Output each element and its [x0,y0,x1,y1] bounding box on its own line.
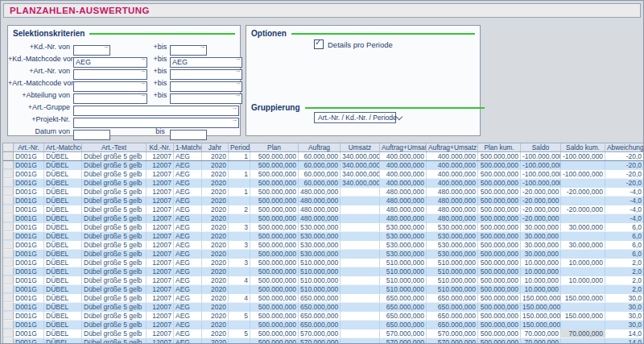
abteilung-to-slot: → [170,89,246,100]
row-selector-cell[interactable] [3,329,14,338]
column-header[interactable]: Kd.-Nr. [147,143,174,151]
table-cell: 70.000,000 [521,338,561,343]
row-selector-cell[interactable] [3,267,14,276]
column-header[interactable]: Plan kum. [478,143,521,151]
table-row[interactable]: D001GDÜBELDübel größe 5 gelb12007AEG2020… [3,259,643,267]
table-row[interactable]: D001GDÜBELDübel größe 5 gelb12007AEG2020… [3,329,643,338]
row-selector-cell[interactable] [3,321,14,329]
lookup-arrow-icon[interactable]: → [139,78,146,87]
row-selector-cell[interactable] [3,241,14,249]
row-selector-cell[interactable] [3,179,14,187]
table-cell: 5 [229,329,250,338]
table-row[interactable]: D001GDÜBELDübel größe 5 gelb12007AEG2020… [3,321,643,329]
datum-from-input[interactable] [73,130,110,140]
row-selector-cell[interactable] [3,232,14,240]
table-row[interactable]: D001GDÜBELDübel größe 5 gelb12007AEG2020… [3,205,643,214]
column-header[interactable]: Saldo [521,143,561,151]
lookup-arrow-icon[interactable]: → [231,103,237,112]
table-cell: 570.000,000 [427,329,478,338]
table-row[interactable]: D001GDÜBELDübel größe 5 gelb12007AEG2020… [3,312,643,321]
column-header[interactable]: Art.-Text [82,143,147,151]
table-cell: 12007 [147,294,174,302]
lookup-arrow-icon[interactable]: → [234,90,241,99]
lookup-arrow-icon[interactable]: → [231,115,237,124]
table-cell: D001G [14,179,44,187]
kd-nr-label: +Kd.-Nr. von [8,43,73,51]
row-selector-cell[interactable] [3,223,14,231]
table-row[interactable]: D001GDÜBELDübel größe 5 gelb12007AEG2020… [3,267,643,276]
table-row[interactable]: D001GDÜBELDübel größe 5 gelb12007AEG2020… [3,303,643,312]
grouping-dropdown[interactable]: Art.-Nr. / Kd.-Nr. / Periode [314,112,396,123]
table-cell: 500.000,000 [478,259,521,267]
table-row[interactable]: D001GDÜBELDübel größe 5 gelb12007AEG2020… [3,338,643,343]
row-selector-cell[interactable] [3,161,14,169]
table-row[interactable]: D001GDÜBELDübel größe 5 gelb12007AEG2020… [3,232,643,241]
table-cell: 480.000,000 [427,214,478,222]
table-row[interactable]: D001GDÜBELDübel größe 5 gelb12007AEG2020… [3,170,643,179]
datum-to-input[interactable] [170,130,207,140]
lookup-arrow-icon[interactable]: → [139,66,146,75]
row-selector-cell[interactable] [3,259,14,267]
lookup-arrow-icon[interactable]: → [102,42,109,51]
lookup-arrow-icon[interactable]: → [234,78,241,87]
table-cell: 1 [229,188,250,196]
lookup-arrow-icon[interactable]: → [139,90,146,99]
column-header[interactable]: Art.-Matchcode [44,143,82,151]
column-header[interactable]: Auftrag [299,143,341,151]
table-row[interactable]: D001GDÜBELDübel größe 5 gelb12007AEG2020… [3,294,643,303]
row-selector-cell[interactable] [3,338,14,343]
column-header[interactable]: Saldo kum. [561,143,605,151]
table-row[interactable]: D001GDÜBELDübel größe 5 gelb12007AEG2020… [3,223,643,232]
details-pro-periode-checkbox[interactable]: ✓ [314,39,324,49]
row-selector-cell[interactable] [3,188,14,196]
table-row[interactable]: D001GDÜBELDübel größe 5 gelb12007AEG2020… [3,276,643,285]
row-selector-cell[interactable] [3,250,14,258]
row-selector-cell[interactable] [3,303,14,311]
column-header[interactable]: Abweichung in % [605,143,643,151]
kd-nr-to-wrap: → [170,41,207,52]
lookup-arrow-icon[interactable]: → [234,66,241,75]
table-cell: -20.000,000 [521,205,561,213]
row-selector-cell[interactable] [3,197,14,205]
row-selector-cell[interactable] [3,276,14,284]
table-cell [229,303,250,311]
table-cell: 12007 [147,329,174,338]
lookup-arrow-icon[interactable]: → [199,42,205,51]
row-selector-cell[interactable] [3,294,14,302]
table-cell: 2020 [202,205,229,213]
row-selector-header[interactable] [3,143,14,151]
table-cell: Dübel größe 5 gelb [82,232,147,240]
table-row[interactable]: D001GDÜBELDübel größe 5 gelb12007AEG2020… [3,152,643,161]
column-header[interactable]: Auftrag+Umsatz [380,143,427,151]
table-cell: 500.000,000 [478,250,521,258]
column-header[interactable]: Art.-Nr. [14,143,44,151]
table-cell: D001G [14,303,44,311]
column-header[interactable]: Periode [229,143,250,151]
table-cell: 12007 [147,303,174,311]
table-row[interactable]: D001GDÜBELDübel größe 5 gelb12007AEG2020… [3,285,643,294]
row-selector-cell[interactable] [3,170,14,178]
column-header[interactable]: Jahr [202,143,229,151]
row-selector-cell[interactable] [3,285,14,293]
column-header[interactable]: Umsatz [341,143,380,151]
row-selector-cell[interactable] [3,152,14,160]
table-cell [341,321,380,329]
row-selector-cell[interactable] [3,205,14,213]
column-header[interactable]: Plan [250,143,299,151]
table-row[interactable]: D001GDÜBELDübel größe 5 gelb12007AEG2020… [3,197,643,205]
table-row[interactable]: D001GDÜBELDübel größe 5 gelb12007AEG2020… [3,188,643,197]
column-header[interactable]: Auftrag+Umsatz kum. [427,143,478,151]
table-cell: 30.000,000 [521,223,561,231]
row-selector-cell[interactable] [3,312,14,320]
table-row[interactable]: D001GDÜBELDübel größe 5 gelb12007AEG2020… [3,214,643,223]
table-row[interactable]: D001GDÜBELDübel größe 5 gelb12007AEG2020… [3,161,643,170]
projekt-nr-label: +Projekt-Nr. [8,115,73,123]
lookup-arrow-icon[interactable]: → [139,54,146,63]
table-cell: 500.000,000 [250,259,299,267]
column-header[interactable]: 1-Matchcoc [174,143,202,151]
row-selector-cell[interactable] [3,214,14,222]
table-row[interactable]: D001GDÜBELDübel größe 5 gelb12007AEG2020… [3,179,643,188]
lookup-arrow-icon[interactable]: → [234,54,241,63]
table-row[interactable]: D001GDÜBELDübel größe 5 gelb12007AEG2020… [3,241,643,250]
table-row[interactable]: D001GDÜBELDübel größe 5 gelb12007AEG2020… [3,250,643,259]
